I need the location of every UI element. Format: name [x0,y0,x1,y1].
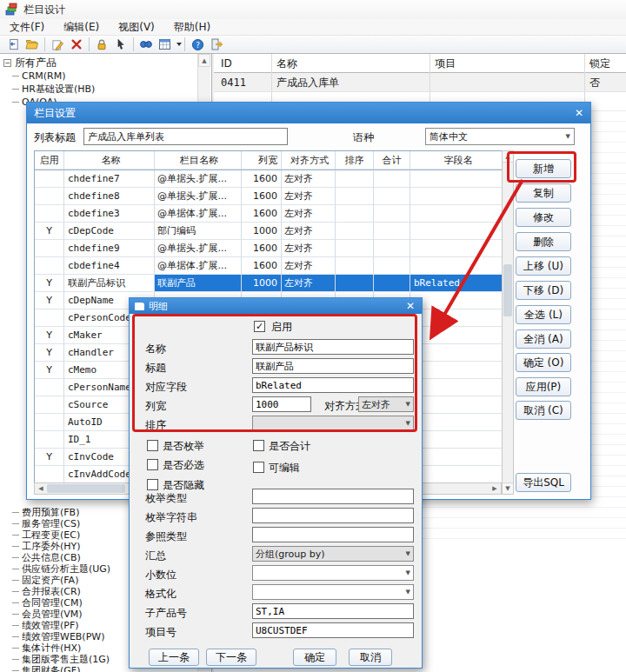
find-icon[interactable] [137,37,156,52]
align-select[interactable]: 左对齐 ▼ [358,396,414,412]
ref-type-input[interactable] [252,527,414,542]
copy-button[interactable]: 复制 [516,183,571,203]
delete-button[interactable]: 删除 [516,232,571,251]
select-all-button[interactable]: 全选 (L) [516,305,571,324]
cell-align: 左对齐 [282,257,336,275]
doclist-header-project[interactable]: 项目 [435,54,456,73]
is-required-checkbox[interactable] [147,459,158,470]
scroll-up-icon[interactable]: ▲ [198,54,210,67]
detail-cancel-button[interactable]: 取消 [349,649,392,666]
menu-help[interactable]: 帮助(H) [164,20,220,35]
tree-item-label: 集团财务(GF) [22,665,80,672]
grid-row[interactable]: Y 联副产品标识 联副产品 1000 左对齐 bRelated [35,275,513,292]
summary-select[interactable]: 分组(group by) ▼ [252,546,414,562]
grid-row[interactable]: cbdefine4 @单据体.扩展... 1600 左对齐 [35,257,513,275]
cancel-button[interactable]: 取消 (C) [516,401,571,420]
grid-header-field[interactable]: 字段名 [410,151,503,170]
grid-vertical-scrollbar[interactable]: ▲ ▼ [502,150,514,495]
name-input[interactable] [252,339,414,355]
close-icon[interactable]: ✕ [575,107,583,119]
cell-caption: @单据头.扩展... [155,188,242,205]
decimals-select[interactable]: ▼ [252,565,414,581]
grid-header-caption[interactable]: 栏目名称 [155,151,242,170]
toolbar-separator [44,37,45,51]
grid-header-align[interactable]: 对齐方式 [282,151,336,170]
exit-icon[interactable] [207,37,226,52]
close-icon[interactable]: ✕ [406,300,415,312]
field-label: 对应字段 [145,380,187,395]
chevron-down-icon: ▼ [406,550,413,557]
caption-input[interactable] [252,358,414,374]
columns-icon[interactable] [156,37,175,52]
enable-checkbox[interactable]: ✓ [254,321,265,332]
tree-item[interactable]: CRM(RM) [0,70,183,83]
sub-product-input[interactable] [252,603,414,619]
toolbar-separator [184,37,185,51]
menu-file[interactable]: 文件(F) [0,20,54,35]
move-up-button[interactable]: 上移 (U) [516,256,571,276]
grid-header-width[interactable]: 列宽 [242,151,282,170]
cell-align: 左对齐 [282,170,336,188]
columns-dropdown-caret-icon[interactable] [176,43,182,46]
scroll-right-icon[interactable]: ▶ [489,485,501,492]
is-enum-checkbox[interactable] [147,440,158,451]
width-input[interactable] [252,396,311,412]
tree-root-item[interactable]: − 所有产品 [3,57,57,70]
grid-row[interactable]: chdefine9 @单据头.扩展... 1600 左对齐 [35,240,513,257]
grid-header-name[interactable]: 名称 [64,151,155,170]
grid-header-enabled[interactable]: 启用 [35,151,64,170]
doclist-header-id[interactable]: ID [221,54,232,73]
previous-record-button[interactable]: 上一条 [149,649,199,666]
list-title-input[interactable] [83,128,288,145]
enum-type-input[interactable] [252,489,414,504]
tree-item-label: 工程变更(EC) [22,529,80,541]
field-input[interactable] [252,377,414,393]
ok-button[interactable]: 确定 (O) [516,353,571,372]
menu-edit[interactable]: 编辑(E) [54,20,109,35]
lock-icon[interactable] [92,37,111,52]
editable-checkbox[interactable] [253,462,264,473]
pointer-icon[interactable] [111,37,130,52]
scroll-down-icon[interactable]: ▼ [503,482,513,494]
grid-header-sum[interactable]: 合计 [374,151,410,170]
document-row[interactable]: 0411 产成品入库单 否 [214,73,626,92]
open-folder-icon[interactable] [23,37,42,52]
sort-select[interactable]: ▼ [252,416,414,431]
detail-ok-button[interactable]: 确定 [293,649,336,666]
new-document-icon[interactable] [3,37,23,52]
grid-row[interactable]: chdefine7 @单据头.扩展... 1600 左对齐 [35,170,513,188]
export-sql-button[interactable]: 导出SQL [516,473,571,492]
modify-button[interactable]: 修改 [516,208,571,227]
move-down-button[interactable]: 下移 (D) [516,281,571,300]
scroll-left-icon[interactable]: ◀ [35,485,47,492]
apply-button[interactable]: 应用(P) [516,377,571,396]
doclist-header-name[interactable]: 名称 [276,54,297,73]
project-number-input[interactable] [252,622,414,638]
menu-view[interactable]: 视图(V) [109,20,164,35]
grid-header-sort[interactable]: 排序 [336,151,374,170]
scrollbar-thumb[interactable] [47,484,125,493]
scroll-up-icon[interactable]: ▲ [503,151,513,163]
next-record-button[interactable]: 下一条 [206,649,256,666]
add-button[interactable]: 新增 [516,159,571,178]
cell-enabled [35,240,64,257]
scrollbar-thumb[interactable] [503,264,512,316]
delete-icon[interactable] [67,37,86,52]
grid-row[interactable]: Y cDepCode 部门编码 1000 左对齐 [35,223,513,240]
language-select[interactable]: 简体中文 ▼ [425,128,575,145]
grid-row[interactable]: cbdefine3 @单据体.扩展... 1600 左对齐 [35,205,513,223]
edit-icon[interactable] [48,37,67,52]
help-icon[interactable]: ? [188,37,207,52]
format-select[interactable]: ▼ [252,584,414,600]
dialog-titlebar[interactable]: 栏目设置 ✕ [27,103,590,123]
grid-row[interactable]: chdefine8 @单据头.扩展... 1600 左对齐 [35,188,513,205]
dialog-titlebar[interactable]: 明细 ✕ [130,298,422,314]
enum-string-input[interactable] [252,508,414,523]
tree-collapse-icon[interactable]: − [3,59,11,67]
doclist-header-locked[interactable]: 锁定 [589,54,610,73]
clear-all-button[interactable]: 全消 (A) [516,329,571,349]
is-sum-label: 是否合计 [269,439,310,454]
is-hidden-checkbox[interactable] [147,479,158,490]
tree-item[interactable]: HR基础设置(HB) [0,83,183,96]
is-sum-checkbox[interactable] [253,440,264,451]
